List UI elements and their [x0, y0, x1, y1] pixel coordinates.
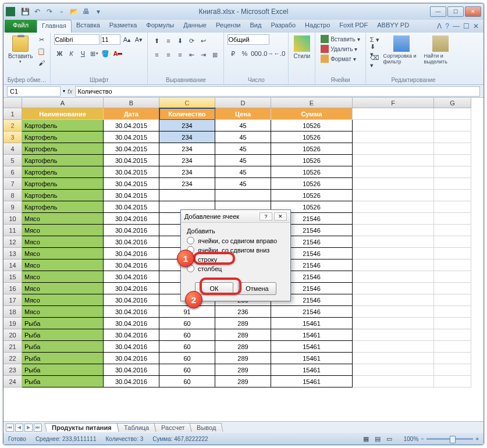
cell[interactable]: 60 — [159, 376, 215, 387]
cell[interactable] — [434, 248, 471, 259]
ribbon-tab-5[interactable]: Рецензи — [211, 20, 246, 33]
cell[interactable]: Рыба — [22, 341, 104, 353]
cell[interactable]: 30.04.2015 — [104, 131, 159, 143]
cell[interactable]: 30.04.2015 — [104, 201, 159, 213]
row-header-19[interactable]: 19 — [3, 318, 22, 329]
zoom-out-icon[interactable]: − — [421, 436, 424, 442]
cell[interactable] — [434, 294, 471, 306]
cell[interactable] — [434, 353, 471, 364]
cell[interactable]: Мясо — [22, 271, 104, 283]
row-header-3[interactable]: 3 — [3, 131, 22, 143]
cell[interactable] — [434, 306, 471, 318]
row-header-1[interactable]: 1 — [3, 108, 22, 120]
cell[interactable] — [434, 341, 471, 353]
cell[interactable] — [434, 283, 471, 294]
align-center-icon[interactable]: ≡ — [163, 49, 173, 60]
cell[interactable]: Мясо — [22, 259, 104, 271]
cell[interactable] — [434, 108, 471, 120]
wrap-text-icon[interactable]: ↩ — [198, 35, 208, 46]
help-icon[interactable]: ? — [445, 22, 449, 30]
sheet-prev-icon[interactable]: ◀ — [15, 424, 23, 432]
row-header-12[interactable]: 12 — [3, 236, 22, 248]
cell[interactable]: 91 — [159, 306, 215, 318]
format-painter-icon[interactable]: 🖌 — [36, 58, 47, 68]
cell[interactable]: Мясо — [22, 225, 104, 236]
cell[interactable]: Картофель — [22, 178, 104, 190]
cell[interactable] — [434, 236, 471, 248]
dialog-help-icon[interactable]: ? — [260, 212, 272, 221]
cell[interactable] — [353, 166, 434, 178]
cell[interactable]: 30.04.2015 — [104, 178, 159, 190]
ribbon-min-icon[interactable]: — — [453, 22, 460, 30]
column-header-E[interactable]: E — [271, 98, 353, 108]
cell[interactable] — [353, 108, 434, 120]
insert-cells-button[interactable]: Вставить ▾ — [319, 34, 361, 44]
cell[interactable]: 234 — [159, 178, 215, 190]
cell[interactable] — [434, 201, 471, 213]
align-left-icon[interactable]: ≡ — [151, 49, 162, 60]
row-header-15[interactable]: 15 — [3, 271, 22, 283]
border-icon[interactable]: ⊞▾ — [89, 48, 99, 59]
option-shift-right[interactable]: ячейки, со сдвигом вправо — [187, 237, 285, 244]
cell[interactable] — [434, 376, 471, 387]
copy-icon[interactable]: 📋 — [36, 46, 47, 56]
row-header-6[interactable]: 6 — [3, 166, 22, 178]
cell[interactable]: 60 — [159, 329, 215, 341]
row-header-14[interactable]: 14 — [3, 259, 22, 271]
percent-icon[interactable]: % — [239, 48, 250, 59]
row-header-23[interactable]: 23 — [3, 364, 22, 376]
cell[interactable]: 289 — [215, 364, 271, 376]
file-tab[interactable]: Файл — [5, 20, 37, 33]
ribbon-tab-9[interactable]: Foxit PDF — [335, 20, 372, 33]
row-header-9[interactable]: 9 — [3, 201, 22, 213]
cell[interactable] — [434, 131, 471, 143]
cell[interactable]: 289 — [215, 353, 271, 364]
normal-view-icon[interactable]: ▦ — [361, 433, 371, 444]
cell[interactable]: 10526 — [271, 166, 353, 178]
row-header-24[interactable]: 24 — [3, 376, 22, 387]
decrease-indent-icon[interactable]: ⇤ — [186, 49, 197, 60]
cell[interactable] — [353, 329, 434, 341]
cell[interactable] — [434, 329, 471, 341]
ribbon-tab-10[interactable]: ABBYY PD — [372, 20, 414, 33]
currency-icon[interactable]: ₽ — [227, 48, 238, 59]
cell[interactable] — [434, 120, 471, 131]
sheet-next-icon[interactable]: ▶ — [24, 424, 33, 432]
sort-filter-button[interactable]: Сортировка и фильтр — [382, 34, 421, 66]
cell[interactable]: 30.04.2016 — [104, 213, 159, 225]
cell[interactable] — [353, 271, 434, 283]
cell[interactable]: 10526 — [271, 178, 353, 190]
sheet-last-icon[interactable]: ⏭ — [34, 424, 42, 432]
row-header-7[interactable]: 7 — [3, 178, 22, 190]
cell[interactable]: Мясо — [22, 283, 104, 294]
cell[interactable] — [434, 190, 471, 201]
cell[interactable] — [353, 131, 434, 143]
cell[interactable] — [434, 143, 471, 155]
undo-icon[interactable]: ↶ — [32, 6, 42, 17]
cell[interactable]: 30.04.2016 — [104, 341, 159, 353]
cell[interactable]: 60 — [159, 364, 215, 376]
cell[interactable] — [434, 364, 471, 376]
cell[interactable] — [353, 248, 434, 259]
sheet-first-icon[interactable]: ⏮ — [6, 424, 14, 432]
sheet-tab-0[interactable]: Продукты питания — [44, 423, 119, 432]
ribbon-tab-8[interactable]: Надстро — [300, 20, 335, 33]
number-format-select[interactable] — [227, 34, 269, 45]
cell[interactable] — [353, 318, 434, 329]
cell[interactable]: Картофель — [22, 143, 104, 155]
page-layout-view-icon[interactable]: ▤ — [372, 433, 383, 444]
ribbon-tab-1[interactable]: Вставка — [72, 20, 105, 33]
font-color-icon[interactable]: A — [112, 48, 123, 59]
ok-button[interactable]: ОК — [195, 282, 233, 295]
zoom-level[interactable]: 100% — [404, 436, 419, 442]
name-box-dropdown-icon[interactable]: ▾ — [63, 88, 65, 94]
merge-icon[interactable]: ⊞ — [209, 49, 220, 60]
cell[interactable]: Наименование — [22, 108, 104, 120]
cell[interactable]: 15461 — [271, 376, 353, 387]
cell[interactable] — [434, 318, 471, 329]
column-header-D[interactable]: D — [215, 98, 271, 108]
cell[interactable]: 15461 — [271, 318, 353, 329]
row-header-13[interactable]: 13 — [3, 248, 22, 259]
cell[interactable]: 45 — [215, 143, 271, 155]
fx-icon[interactable]: fx — [67, 88, 73, 95]
